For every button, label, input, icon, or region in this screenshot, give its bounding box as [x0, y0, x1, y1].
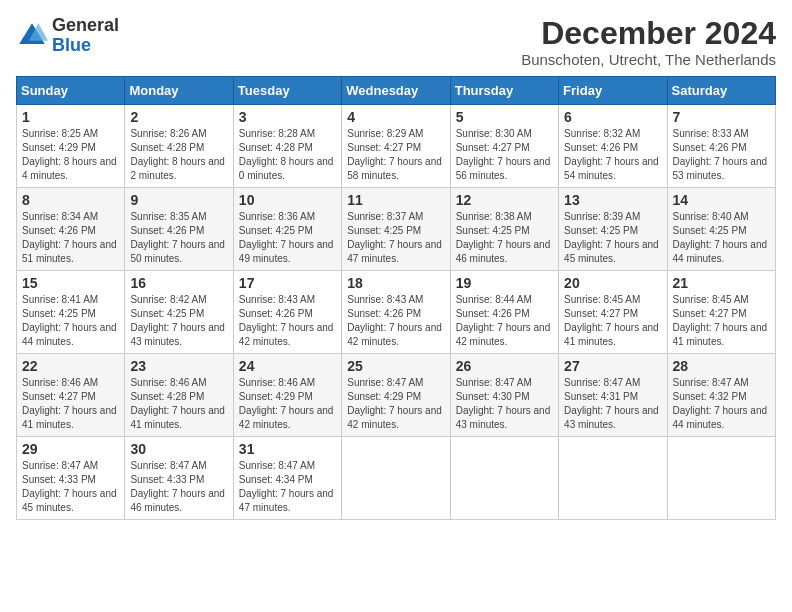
day-info: Sunrise: 8:25 AMSunset: 4:29 PMDaylight:… — [22, 128, 117, 181]
day-number: 14 — [673, 192, 770, 208]
day-number: 11 — [347, 192, 444, 208]
day-info: Sunrise: 8:45 AMSunset: 4:27 PMDaylight:… — [673, 294, 768, 347]
weekday-header: Monday — [125, 77, 233, 105]
day-info: Sunrise: 8:40 AMSunset: 4:25 PMDaylight:… — [673, 211, 768, 264]
day-number: 25 — [347, 358, 444, 374]
day-info: Sunrise: 8:35 AMSunset: 4:26 PMDaylight:… — [130, 211, 225, 264]
calendar-cell: 17 Sunrise: 8:43 AMSunset: 4:26 PMDaylig… — [233, 271, 341, 354]
day-number: 5 — [456, 109, 553, 125]
logo: General Blue — [16, 16, 119, 56]
day-number: 13 — [564, 192, 661, 208]
calendar-cell: 2 Sunrise: 8:26 AMSunset: 4:28 PMDayligh… — [125, 105, 233, 188]
day-number: 16 — [130, 275, 227, 291]
weekday-header: Sunday — [17, 77, 125, 105]
calendar-cell — [667, 437, 775, 520]
calendar-cell: 15 Sunrise: 8:41 AMSunset: 4:25 PMDaylig… — [17, 271, 125, 354]
calendar-cell: 25 Sunrise: 8:47 AMSunset: 4:29 PMDaylig… — [342, 354, 450, 437]
calendar-cell: 3 Sunrise: 8:28 AMSunset: 4:28 PMDayligh… — [233, 105, 341, 188]
calendar-cell: 4 Sunrise: 8:29 AMSunset: 4:27 PMDayligh… — [342, 105, 450, 188]
day-number: 1 — [22, 109, 119, 125]
calendar-cell: 30 Sunrise: 8:47 AMSunset: 4:33 PMDaylig… — [125, 437, 233, 520]
calendar-cell: 14 Sunrise: 8:40 AMSunset: 4:25 PMDaylig… — [667, 188, 775, 271]
title-block: December 2024 Bunschoten, Utrecht, The N… — [521, 16, 776, 68]
day-number: 29 — [22, 441, 119, 457]
calendar-cell: 1 Sunrise: 8:25 AMSunset: 4:29 PMDayligh… — [17, 105, 125, 188]
calendar-cell: 28 Sunrise: 8:47 AMSunset: 4:32 PMDaylig… — [667, 354, 775, 437]
logo-general: General — [52, 15, 119, 35]
calendar-cell — [559, 437, 667, 520]
day-number: 7 — [673, 109, 770, 125]
day-info: Sunrise: 8:32 AMSunset: 4:26 PMDaylight:… — [564, 128, 659, 181]
calendar-cell: 5 Sunrise: 8:30 AMSunset: 4:27 PMDayligh… — [450, 105, 558, 188]
calendar-cell: 16 Sunrise: 8:42 AMSunset: 4:25 PMDaylig… — [125, 271, 233, 354]
day-number: 27 — [564, 358, 661, 374]
calendar-cell: 24 Sunrise: 8:46 AMSunset: 4:29 PMDaylig… — [233, 354, 341, 437]
day-info: Sunrise: 8:46 AMSunset: 4:27 PMDaylight:… — [22, 377, 117, 430]
day-info: Sunrise: 8:47 AMSunset: 4:32 PMDaylight:… — [673, 377, 768, 430]
calendar-cell — [450, 437, 558, 520]
day-number: 24 — [239, 358, 336, 374]
day-number: 21 — [673, 275, 770, 291]
calendar-cell: 19 Sunrise: 8:44 AMSunset: 4:26 PMDaylig… — [450, 271, 558, 354]
weekday-header: Saturday — [667, 77, 775, 105]
calendar-cell: 27 Sunrise: 8:47 AMSunset: 4:31 PMDaylig… — [559, 354, 667, 437]
day-number: 4 — [347, 109, 444, 125]
day-number: 10 — [239, 192, 336, 208]
calendar-cell: 29 Sunrise: 8:47 AMSunset: 4:33 PMDaylig… — [17, 437, 125, 520]
day-info: Sunrise: 8:36 AMSunset: 4:25 PMDaylight:… — [239, 211, 334, 264]
day-number: 19 — [456, 275, 553, 291]
day-info: Sunrise: 8:38 AMSunset: 4:25 PMDaylight:… — [456, 211, 551, 264]
day-number: 9 — [130, 192, 227, 208]
day-info: Sunrise: 8:33 AMSunset: 4:26 PMDaylight:… — [673, 128, 768, 181]
day-number: 30 — [130, 441, 227, 457]
calendar-week-row: 15 Sunrise: 8:41 AMSunset: 4:25 PMDaylig… — [17, 271, 776, 354]
day-info: Sunrise: 8:41 AMSunset: 4:25 PMDaylight:… — [22, 294, 117, 347]
day-info: Sunrise: 8:28 AMSunset: 4:28 PMDaylight:… — [239, 128, 334, 181]
day-number: 2 — [130, 109, 227, 125]
calendar-week-row: 29 Sunrise: 8:47 AMSunset: 4:33 PMDaylig… — [17, 437, 776, 520]
calendar-cell — [342, 437, 450, 520]
day-info: Sunrise: 8:44 AMSunset: 4:26 PMDaylight:… — [456, 294, 551, 347]
day-info: Sunrise: 8:39 AMSunset: 4:25 PMDaylight:… — [564, 211, 659, 264]
day-info: Sunrise: 8:46 AMSunset: 4:28 PMDaylight:… — [130, 377, 225, 430]
day-number: 17 — [239, 275, 336, 291]
calendar-cell: 11 Sunrise: 8:37 AMSunset: 4:25 PMDaylig… — [342, 188, 450, 271]
calendar-cell: 13 Sunrise: 8:39 AMSunset: 4:25 PMDaylig… — [559, 188, 667, 271]
calendar-cell: 9 Sunrise: 8:35 AMSunset: 4:26 PMDayligh… — [125, 188, 233, 271]
day-info: Sunrise: 8:34 AMSunset: 4:26 PMDaylight:… — [22, 211, 117, 264]
day-info: Sunrise: 8:47 AMSunset: 4:30 PMDaylight:… — [456, 377, 551, 430]
calendar-cell: 23 Sunrise: 8:46 AMSunset: 4:28 PMDaylig… — [125, 354, 233, 437]
day-number: 26 — [456, 358, 553, 374]
page-header: General Blue December 2024 Bunschoten, U… — [16, 16, 776, 68]
calendar-cell: 8 Sunrise: 8:34 AMSunset: 4:26 PMDayligh… — [17, 188, 125, 271]
day-info: Sunrise: 8:47 AMSunset: 4:34 PMDaylight:… — [239, 460, 334, 513]
calendar-cell: 7 Sunrise: 8:33 AMSunset: 4:26 PMDayligh… — [667, 105, 775, 188]
day-number: 20 — [564, 275, 661, 291]
calendar-cell: 6 Sunrise: 8:32 AMSunset: 4:26 PMDayligh… — [559, 105, 667, 188]
weekday-header: Tuesday — [233, 77, 341, 105]
day-info: Sunrise: 8:47 AMSunset: 4:31 PMDaylight:… — [564, 377, 659, 430]
day-info: Sunrise: 8:26 AMSunset: 4:28 PMDaylight:… — [130, 128, 225, 181]
calendar-cell: 20 Sunrise: 8:45 AMSunset: 4:27 PMDaylig… — [559, 271, 667, 354]
location: Bunschoten, Utrecht, The Netherlands — [521, 51, 776, 68]
day-info: Sunrise: 8:46 AMSunset: 4:29 PMDaylight:… — [239, 377, 334, 430]
day-number: 23 — [130, 358, 227, 374]
day-info: Sunrise: 8:37 AMSunset: 4:25 PMDaylight:… — [347, 211, 442, 264]
calendar-table: SundayMondayTuesdayWednesdayThursdayFrid… — [16, 76, 776, 520]
day-number: 22 — [22, 358, 119, 374]
calendar-cell: 21 Sunrise: 8:45 AMSunset: 4:27 PMDaylig… — [667, 271, 775, 354]
day-info: Sunrise: 8:29 AMSunset: 4:27 PMDaylight:… — [347, 128, 442, 181]
day-info: Sunrise: 8:47 AMSunset: 4:29 PMDaylight:… — [347, 377, 442, 430]
weekday-header: Thursday — [450, 77, 558, 105]
calendar-cell: 12 Sunrise: 8:38 AMSunset: 4:25 PMDaylig… — [450, 188, 558, 271]
day-info: Sunrise: 8:30 AMSunset: 4:27 PMDaylight:… — [456, 128, 551, 181]
calendar-week-row: 22 Sunrise: 8:46 AMSunset: 4:27 PMDaylig… — [17, 354, 776, 437]
calendar-cell: 10 Sunrise: 8:36 AMSunset: 4:25 PMDaylig… — [233, 188, 341, 271]
day-info: Sunrise: 8:47 AMSunset: 4:33 PMDaylight:… — [130, 460, 225, 513]
day-number: 12 — [456, 192, 553, 208]
calendar-cell: 26 Sunrise: 8:47 AMSunset: 4:30 PMDaylig… — [450, 354, 558, 437]
day-number: 8 — [22, 192, 119, 208]
day-number: 31 — [239, 441, 336, 457]
day-info: Sunrise: 8:47 AMSunset: 4:33 PMDaylight:… — [22, 460, 117, 513]
weekday-header: Friday — [559, 77, 667, 105]
